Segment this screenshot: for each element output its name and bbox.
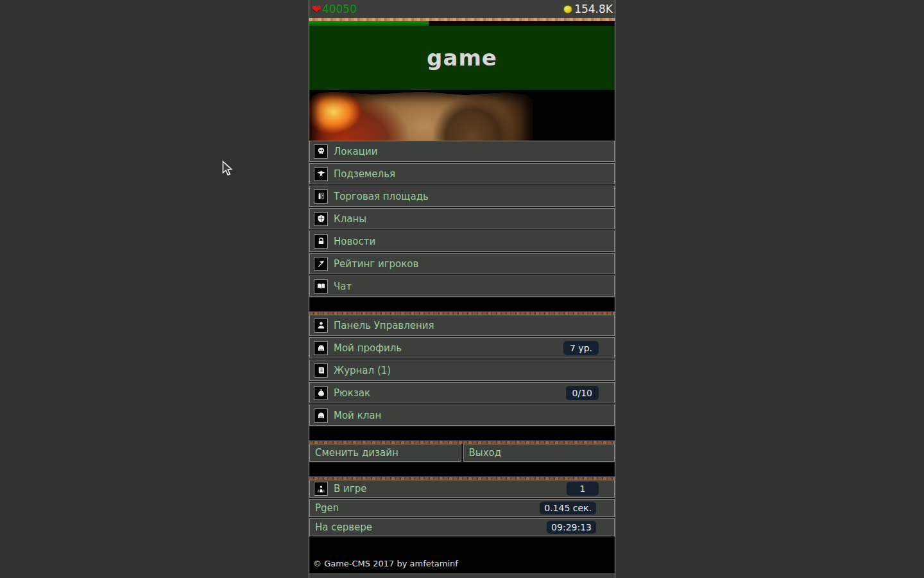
footer: © Game-CMS 2017 by amfetaminf bbox=[309, 538, 615, 573]
game-window: ❤ 40050 154.8K game Локации Подземелья bbox=[309, 0, 615, 578]
pgen-row: Pgen 0.145 сек. bbox=[309, 499, 615, 517]
menu-item-control-panel[interactable]: Панель Управления bbox=[309, 315, 615, 336]
shield-icon bbox=[314, 212, 328, 226]
menu-item-label: Локации bbox=[334, 146, 377, 157]
menu-item-label: Подземелья bbox=[334, 168, 395, 180]
menu-item-news[interactable]: Новости bbox=[309, 231, 615, 252]
section-separator bbox=[309, 427, 615, 440]
menu-item-label: Рейтинг игроков bbox=[334, 258, 418, 270]
stat-label: Pgen bbox=[315, 502, 339, 514]
menu-item-backpack[interactable]: Рюкзак 0/10 bbox=[309, 382, 615, 403]
menu-item-dungeons[interactable]: Подземелья bbox=[309, 163, 615, 184]
traders-icon bbox=[314, 189, 328, 204]
lock-icon bbox=[314, 234, 328, 249]
menu-item-label: Новости bbox=[334, 236, 375, 247]
menu-item-label: Чат bbox=[334, 281, 352, 292]
game-title: game bbox=[427, 45, 497, 71]
group-icon bbox=[314, 482, 328, 496]
menu-item-label: Кланы bbox=[334, 213, 366, 225]
menu-item-clans[interactable]: Кланы bbox=[309, 208, 615, 229]
coin-icon bbox=[563, 5, 572, 13]
bottom-strip bbox=[309, 573, 615, 578]
actions-row: Сменить дизайн Выход bbox=[309, 444, 615, 462]
change-design-label: Сменить дизайн bbox=[315, 447, 398, 459]
health-display: ❤ 40050 bbox=[311, 3, 357, 15]
online-count-badge: 1 bbox=[567, 482, 599, 496]
backpack-capacity-badge: 0/10 bbox=[566, 386, 599, 400]
banner-art-strip bbox=[309, 90, 615, 141]
change-design-button[interactable]: Сменить дизайн bbox=[309, 444, 461, 462]
flag-icon bbox=[314, 257, 328, 271]
menu-item-my-profile[interactable]: Мой профиль 7 ур. bbox=[309, 337, 615, 358]
section-separator bbox=[309, 298, 615, 311]
status-bar: ❤ 40050 154.8K bbox=[309, 0, 615, 18]
mouse-cursor bbox=[222, 161, 234, 177]
level-badge: 7 ур. bbox=[563, 341, 599, 355]
skull-icon bbox=[314, 144, 328, 159]
menu-item-label: Панель Управления bbox=[334, 320, 434, 331]
menu-item-chat[interactable]: Чат bbox=[309, 276, 615, 297]
menu-item-label: Рюкзак bbox=[334, 387, 370, 399]
helmet-icon bbox=[314, 341, 328, 355]
pgen-time-badge: 0.145 сек. bbox=[540, 502, 596, 514]
menu-item-locations[interactable]: Локации bbox=[309, 141, 615, 162]
copyright-text: © Game-CMS 2017 by amfetaminf bbox=[313, 559, 458, 568]
menu-item-market[interactable]: Торговая площадь bbox=[309, 186, 615, 207]
stat-label: В игре bbox=[334, 483, 366, 495]
scroll-icon bbox=[314, 363, 328, 378]
server-time-row: На сервере 09:29:13 bbox=[309, 518, 615, 536]
helmet-icon bbox=[314, 408, 328, 423]
health-value: 40050 bbox=[322, 3, 357, 15]
section-separator bbox=[309, 463, 615, 476]
title-banner: game bbox=[309, 26, 615, 90]
menu-item-label: Мой профиль bbox=[334, 342, 402, 354]
menu-item-label: Журнал (1) bbox=[334, 365, 391, 376]
stat-label: На сервере bbox=[315, 521, 372, 533]
menu-item-label: Мой клан bbox=[334, 410, 381, 421]
menu-item-journal[interactable]: Журнал (1) bbox=[309, 360, 615, 381]
xp-progress-fill bbox=[309, 21, 429, 26]
xp-progress-bar bbox=[309, 21, 615, 26]
logout-label: Выход bbox=[469, 447, 502, 459]
money-display: 154.8K bbox=[563, 3, 613, 15]
menu-item-my-clan[interactable]: Мой клан bbox=[309, 405, 615, 426]
logout-button[interactable]: Выход bbox=[463, 444, 615, 462]
menu-item-rating[interactable]: Рейтинг игроков bbox=[309, 253, 615, 274]
money-value: 154.8K bbox=[574, 3, 613, 15]
heart-icon: ❤ bbox=[311, 3, 321, 15]
person-icon bbox=[314, 319, 328, 333]
dragon-icon bbox=[314, 167, 328, 181]
server-time-badge: 09:29:13 bbox=[547, 521, 596, 534]
online-players-row[interactable]: В игре 1 bbox=[309, 480, 615, 498]
sack-icon bbox=[314, 386, 328, 400]
book-icon bbox=[314, 279, 328, 293]
menu-item-label: Торговая площадь bbox=[334, 191, 429, 202]
